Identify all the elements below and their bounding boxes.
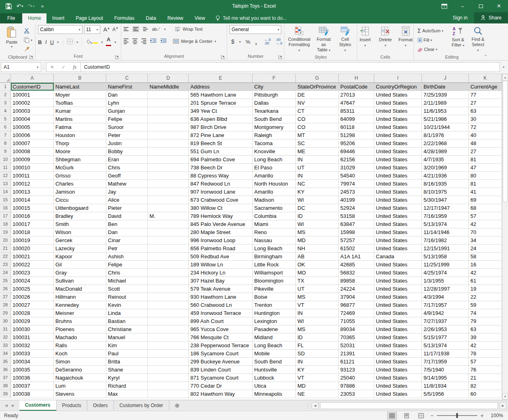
cell-D15[interactable] [148,196,189,204]
cell-K5[interactable]: 30 [469,115,502,123]
row-number-39[interactable]: 39 [0,390,11,398]
cell-D11[interactable] [148,164,189,171]
column-header-D[interactable]: D [148,74,189,82]
row-number-22[interactable]: 22 [0,253,11,260]
cell-A12[interactable]: 100011 [11,172,54,179]
cell-B1[interactable]: NameLast [54,83,106,91]
cell-J17[interactable]: 7/16/1959 [422,212,469,220]
cell-J22[interactable]: 5/13/1958 [422,253,469,260]
cell-G3[interactable]: NV [296,99,339,107]
expand-formula-bar-icon[interactable]: ▾ [500,65,507,69]
cell-A32[interactable]: 100031 [11,333,54,341]
cell-H28[interactable]: 96877 [339,301,374,309]
cell-J24[interactable]: 4/25/1974 [422,269,469,276]
cell-E17[interactable]: 789 Hemlock Way [189,212,253,220]
cell-G18[interactable]: WI [296,220,339,228]
cell-E37[interactable]: 871 Sycamore Court [189,374,253,382]
cell-J16[interactable]: 12/17/1947 [422,204,469,212]
cell-D32[interactable] [148,333,189,341]
cell-K4[interactable]: 63 [469,107,502,115]
cell-G17[interactable]: ID [296,212,339,220]
cell-H24[interactable]: 56832 [339,269,374,276]
cell-F36[interactable]: Huntsville [253,366,296,374]
cell-D36[interactable] [148,366,189,374]
cell-K30[interactable]: 79 [469,317,502,325]
cell-I26[interactable]: United States [374,285,422,293]
cell-D13[interactable] [148,180,189,188]
cell-I5[interactable]: United States [374,115,422,123]
cell-E10[interactable]: 694 Palmetto Cove [189,156,253,163]
cell-G39[interactable]: NE [296,390,339,398]
cell-J3[interactable]: 2/11/1989 [422,99,469,107]
fill-button[interactable]: Fill▾ [416,36,447,44]
tell-me-box[interactable]: Tell me what you want to do... [211,13,291,23]
cell-F34[interactable]: Mobile [253,350,296,357]
cell-E30[interactable]: 899 Ash Court [189,317,253,325]
horizontal-scrollbar[interactable]: ⋮ ◀ ▶ [185,400,508,411]
underline-button[interactable]: U [50,39,54,45]
cell-H34[interactable]: 21391 [339,350,374,357]
cell-C14[interactable]: Jay [106,188,148,196]
cell-I39[interactable]: United States [374,390,422,398]
cell-I28[interactable]: United States [374,301,422,309]
cell-H1[interactable]: PostalCode [339,83,374,91]
percent-style-button[interactable]: % [246,39,251,45]
cell-I19[interactable]: United States [374,228,422,236]
cell-K38[interactable]: 82 [469,382,502,390]
column-header-H[interactable]: H [339,74,374,82]
cell-E29[interactable]: 459 Ironwood Terrace [189,309,253,317]
cell-F21[interactable]: Long Beach [253,245,296,252]
sheet-tab-customers[interactable]: Customers [19,400,57,411]
select-all-corner[interactable] [0,74,11,82]
column-header-K[interactable]: K [469,74,502,82]
cell-E39[interactable]: 802 Hawthorn Way [189,390,253,398]
cell-A9[interactable]: 100008 [11,148,54,155]
column-header-J[interactable]: J [422,74,469,82]
cell-A19[interactable]: 100018 [11,228,54,236]
cell-B27[interactable]: Hillmann [54,293,106,301]
cell-G7[interactable]: MT [296,131,339,139]
column-header-A[interactable]: A [11,74,54,82]
cell-F5[interactable]: South Bend [253,115,296,123]
cell-G36[interactable]: KY [296,366,339,374]
row-number-29[interactable]: 29 [0,309,11,317]
cell-G2[interactable]: DE [296,91,339,99]
cell-F11[interactable]: El Paso [253,164,296,171]
row-number-28[interactable]: 28 [0,301,11,309]
cell-J32[interactable]: 5/15/1977 [422,333,469,341]
cell-K8[interactable]: 48 [469,139,502,147]
cell-J14[interactable]: 8/10/1975 [422,188,469,196]
format-as-table-button[interactable]: Format asTable ▾ [313,25,334,54]
cell-E33[interactable]: 238 Pepperwood Terrace [189,342,253,349]
row-number-3[interactable]: 3 [0,99,11,107]
cell-D39[interactable] [148,390,189,398]
row-number-5[interactable]: 5 [0,115,11,123]
cell-H12[interactable]: 54540 [339,172,374,179]
comma-style-button[interactable]: , [255,38,257,45]
cell-K21[interactable]: 24 [469,245,502,252]
cell-J21[interactable]: 12/15/1991 [422,245,469,252]
cell-C27[interactable]: Reinout [106,293,148,301]
cell-D8[interactable] [148,139,189,147]
cell-G11[interactable]: UT [296,164,339,171]
cell-A5[interactable]: 100004 [11,115,54,123]
accounting-format-button[interactable]: $ [231,38,234,45]
cell-C2[interactable]: Dan [106,91,148,99]
cell-E24[interactable]: 234 Hickory Ln [189,269,253,276]
cell-C28[interactable]: Kevin [106,301,148,309]
cell-E21[interactable]: 656 Palmetto Road [189,245,253,252]
cell-J11[interactable]: 3/20/1969 [422,164,469,171]
borders-dropdown-icon[interactable]: ▾ [76,40,78,44]
cell-G38[interactable]: MD [296,382,339,390]
cell-G29[interactable]: IN [296,309,339,317]
cell-H11[interactable]: 31029 [339,164,374,171]
cell-D34[interactable] [148,350,189,357]
cell-B18[interactable]: Smith [54,220,106,228]
cell-F1[interactable]: City [253,83,296,91]
cell-E16[interactable]: 380 Willow Ct [189,204,253,212]
grid-body[interactable]: 1CustomerIDNameLastNameFirstNameMiddleAd… [0,83,502,400]
clear-dropdown-icon[interactable]: ▾ [436,48,437,51]
cell-B35[interactable]: Simon [54,358,106,365]
cell-C4[interactable]: Gunjan [106,107,148,115]
column-header-F[interactable]: F [253,74,296,82]
